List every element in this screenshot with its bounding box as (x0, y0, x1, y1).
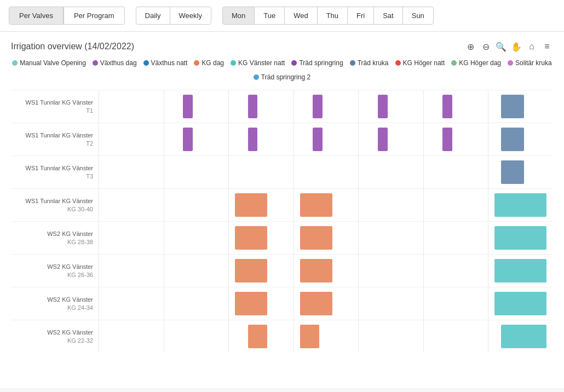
legend-item: Träd springring 2 (254, 73, 310, 81)
legend-item: Träd kruka (350, 59, 389, 67)
row-name: WS1 Tunnlar KG Vänster (26, 131, 94, 139)
bar (235, 193, 267, 217)
legend-label: KG Vänster natt (238, 59, 285, 67)
grid-line (228, 255, 229, 287)
grid-line (164, 222, 164, 254)
per-program-button[interactable]: Per Program (64, 7, 125, 25)
legend-label: Solitär kruka (515, 59, 552, 67)
bar (501, 160, 524, 184)
legend-dot (93, 60, 98, 66)
day-button-thu[interactable]: Thu (317, 7, 348, 25)
menu-icon[interactable]: ≡ (541, 41, 553, 53)
grid-line (164, 90, 164, 123)
bar (442, 128, 452, 151)
y-axis-label: WS1 Tunnlar KG VänsterT1 (11, 90, 99, 123)
grid-line (423, 189, 424, 221)
day-button-tue[interactable]: Tue (254, 7, 285, 25)
y-axis-label: WS1 Tunnlar KG VänsterKG 30-40 (11, 188, 99, 221)
grid-line (488, 90, 488, 123)
home-icon[interactable]: ⌂ (526, 41, 538, 53)
row-sub: KG 24-34 (67, 304, 93, 312)
row-sub: KG 22-32 (67, 337, 93, 344)
legend-dot (143, 60, 149, 66)
legend-label: Träd kruka (358, 59, 389, 67)
grid-line (423, 287, 424, 320)
row-name: WS2 KG Vänster (47, 296, 93, 303)
bar (494, 292, 546, 315)
legend-dot (350, 60, 355, 66)
grid-line (488, 156, 488, 188)
grid-line (228, 287, 229, 320)
grid-line (293, 287, 294, 320)
legend-label: Träd springring 2 (261, 73, 310, 81)
legend-label: Träd springring (299, 59, 343, 67)
grid-line (358, 189, 359, 221)
grid-line (488, 320, 488, 353)
main-content: Irrigation overview (14/02/2022) ⊕⊖🔍✋⌂≡ … (0, 32, 564, 388)
day-button-mon[interactable]: Mon (222, 7, 255, 25)
legend: Manual Valve OpeningVäxthus dagVäxthus n… (11, 59, 553, 81)
chart-row (99, 254, 553, 287)
row-name: WS1 Tunnlar KG Vänster (26, 99, 94, 106)
grid-line (293, 255, 294, 287)
legend-label: KG Höger dag (459, 59, 501, 67)
y-axis-label: WS1 Tunnlar KG VänsterT3 (11, 155, 99, 188)
grid-line (164, 287, 164, 320)
row-sub: T1 (86, 107, 93, 114)
grid-line (164, 123, 164, 155)
legend-dot (254, 74, 259, 80)
grid-line (99, 123, 99, 155)
daily-button[interactable]: Daily (136, 7, 170, 25)
zoom-select-icon[interactable]: 🔍 (495, 41, 507, 53)
row-sub: KG 26-36 (67, 271, 93, 279)
zoom-in-icon[interactable]: ⊕ (464, 41, 476, 53)
grid-line (293, 123, 294, 155)
bar (442, 95, 452, 118)
grid-line (423, 156, 424, 188)
bar (494, 259, 546, 283)
per-valves-button[interactable]: Per Valves (9, 7, 64, 25)
legend-item: Manual Valve Opening (12, 59, 86, 67)
chart-row (99, 155, 553, 188)
grid-line (228, 320, 229, 353)
chart-row (99, 123, 553, 155)
grid-line (293, 320, 294, 353)
legend-item: KG dag (194, 59, 224, 67)
legend-dot (395, 60, 401, 66)
zoom-out-icon[interactable]: ⊖ (480, 41, 492, 53)
top-bar: Per Valves Per Program Daily Weekly MonT… (0, 0, 564, 32)
chart-row (99, 221, 553, 254)
chart-row (99, 320, 553, 353)
bar (300, 226, 332, 250)
row-sub: T2 (86, 140, 93, 147)
grid-line (293, 156, 294, 188)
bar (494, 226, 546, 250)
legend-dot (194, 60, 199, 66)
day-button-fri[interactable]: Fri (347, 7, 374, 25)
y-axis-label: WS2 KG VänsterKG 22-32 (11, 320, 99, 353)
section-title: Irrigation overview (14/02/2022) (11, 42, 134, 51)
row-name: WS2 KG Vänster (47, 328, 93, 336)
day-button-sat[interactable]: Sat (373, 7, 403, 25)
grid-line (293, 189, 294, 221)
row-name: WS2 KG Vänster (47, 263, 93, 270)
legend-dot (231, 60, 236, 66)
grid-line (164, 189, 164, 221)
toolbar-icons: ⊕⊖🔍✋⌂≡ (464, 41, 553, 53)
bar (248, 325, 268, 348)
legend-dot (12, 60, 18, 66)
bar (235, 259, 267, 283)
grid-line (488, 189, 488, 221)
bar (235, 226, 267, 250)
chart-area: WS1 Tunnlar KG VänsterT1WS1 Tunnlar KG V… (11, 90, 553, 353)
day-button-sun[interactable]: Sun (402, 7, 434, 25)
interval-group: Daily Weekly (136, 7, 211, 25)
grid-line (99, 189, 99, 221)
y-axis-label: WS2 KG VänsterKG 28-38 (11, 221, 99, 254)
pan-icon[interactable]: ✋ (510, 41, 522, 53)
chart-row (99, 90, 553, 123)
grid-line (164, 320, 164, 353)
weekly-button[interactable]: Weekly (170, 7, 211, 25)
day-button-wed[interactable]: Wed (284, 7, 318, 25)
grid-line (293, 222, 294, 254)
